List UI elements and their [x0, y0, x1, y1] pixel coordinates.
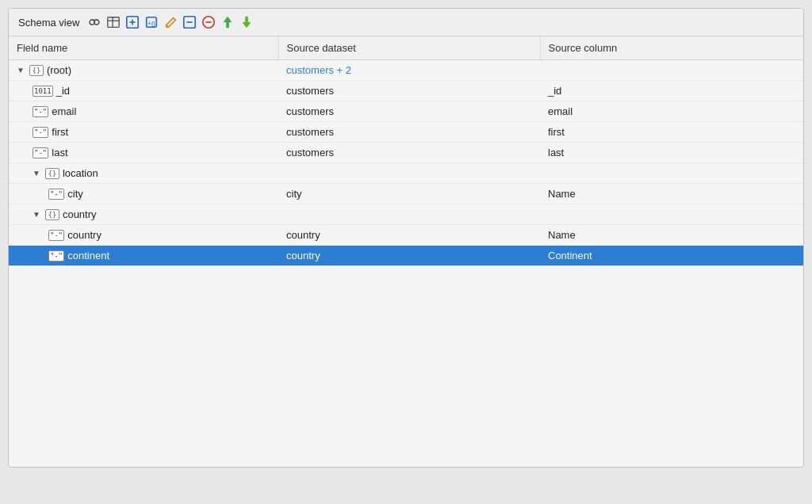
field-name-cell: ▼{}country	[9, 204, 278, 225]
field-label: country	[67, 229, 102, 241]
table-row[interactable]: 1011_idcustomers_id	[9, 81, 803, 101]
source-column-cell: last	[540, 143, 803, 163]
schema-view-panel: Schema view	[8, 8, 804, 468]
source-column-cell: Name	[540, 225, 803, 246]
source-column-cell: first	[540, 122, 803, 143]
table-row[interactable]: "-"countrycountryName	[9, 225, 803, 246]
table-row[interactable]: "-"continentcountryContinent	[9, 246, 803, 266]
field-name-cell: ▼{}(root)	[9, 60, 278, 81]
table-row[interactable]: ▼{}location	[9, 163, 803, 184]
field-label: first	[52, 126, 68, 138]
source-dataset-cell: country	[278, 246, 540, 266]
svg-text:+{}: +{}	[147, 20, 155, 27]
source-dataset-cell: customers	[278, 122, 540, 143]
table-icon[interactable]	[106, 15, 121, 29]
field-label: continent	[67, 250, 109, 262]
edit-icon[interactable]	[163, 15, 178, 29]
svg-rect-19	[246, 17, 249, 22]
field-name-cell: ▼{}location	[9, 163, 278, 184]
expand-icon[interactable]	[125, 15, 140, 29]
source-column-cell: Continent	[540, 246, 803, 266]
source-dataset-cell: customers	[278, 81, 540, 101]
field-label: location	[63, 167, 98, 179]
expand-arrow-icon[interactable]: ▼	[33, 210, 40, 219]
source-dataset-cell: customers + 2	[278, 60, 540, 81]
field-label: country	[63, 208, 97, 220]
source-dataset-cell: customers	[278, 101, 540, 122]
toolbar: Schema view	[9, 9, 803, 36]
field-label: last	[52, 147, 67, 158]
field-name-cell: 1011_id	[9, 81, 278, 101]
field-name-cell: "-"first	[9, 122, 278, 143]
type-icon: {}	[45, 168, 59, 179]
source-column-cell: email	[540, 101, 803, 122]
table-row[interactable]: "-"emailcustomersemail	[9, 101, 803, 122]
column-source-column: Source column	[540, 36, 803, 60]
table-row[interactable]: "-"citycityName	[9, 184, 803, 204]
source-dataset-cell: city	[278, 184, 540, 204]
table-row[interactable]: ▼{}country	[9, 204, 803, 225]
field-label: email	[52, 105, 76, 117]
source-dataset-cell: country	[278, 225, 540, 246]
add-object-icon[interactable]: +{}	[144, 15, 159, 29]
source-column-cell: Name	[540, 184, 803, 204]
source-column-cell: _id	[540, 81, 803, 101]
schema-table: Field name Source dataset Source column …	[9, 36, 803, 467]
remove-icon[interactable]	[201, 15, 216, 29]
field-name-cell: "-"city	[9, 184, 278, 204]
type-icon: "-"	[33, 127, 48, 138]
table-row[interactable]: "-"firstcustomersfirst	[9, 122, 803, 143]
type-icon: 1011	[33, 86, 53, 97]
field-name-cell: "-"continent	[9, 246, 278, 266]
svg-marker-20	[243, 22, 251, 28]
field-label: (root)	[47, 64, 71, 76]
type-icon: {}	[45, 209, 59, 220]
source-dataset-cell	[278, 204, 540, 225]
source-column-cell	[540, 204, 803, 225]
table-row[interactable]: ▼{}(root)customers + 2	[9, 60, 803, 81]
type-icon: "-"	[48, 250, 64, 262]
field-label: _id	[56, 85, 70, 97]
source-column-cell	[540, 163, 803, 184]
type-icon: {}	[29, 65, 44, 76]
table-header: Field name Source dataset Source column	[9, 36, 803, 60]
type-icon: "-"	[33, 147, 48, 158]
move-down-icon[interactable]	[239, 15, 254, 29]
svg-rect-18	[227, 22, 230, 28]
collapse-icon[interactable]	[182, 15, 197, 29]
type-icon: "-"	[48, 230, 64, 241]
field-name-cell: "-"email	[9, 101, 278, 122]
type-icon: "-"	[33, 106, 48, 117]
source-dataset-cell: customers	[278, 143, 540, 163]
type-icon: "-"	[48, 189, 64, 200]
source-dataset-cell	[278, 163, 540, 184]
table-row[interactable]: "-"lastcustomerslast	[9, 143, 803, 163]
column-source-dataset: Source dataset	[278, 36, 540, 60]
expand-arrow-icon[interactable]: ▼	[33, 169, 40, 178]
source-dataset-link[interactable]: customers + 2	[286, 64, 351, 76]
field-name-cell: "-"last	[9, 143, 278, 163]
svg-rect-3	[108, 17, 119, 28]
link-icon[interactable]	[87, 15, 102, 29]
panel-title: Schema view	[18, 17, 79, 29]
column-field-name: Field name	[9, 36, 278, 60]
field-label: city	[67, 188, 83, 200]
move-up-icon[interactable]	[220, 15, 235, 29]
source-column-cell	[540, 60, 803, 81]
expand-arrow-icon[interactable]: ▼	[17, 66, 25, 74]
svg-marker-17	[224, 17, 232, 22]
field-name-cell: "-"country	[9, 225, 278, 246]
